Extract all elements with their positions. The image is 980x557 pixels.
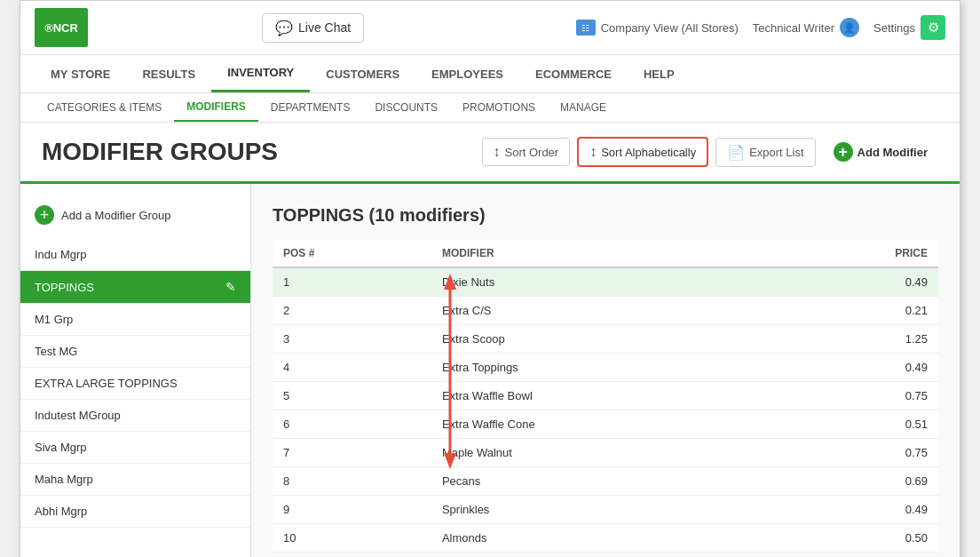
sidebar-item-extra-large-toppings[interactable]: EXTRA LARGE TOPPINGS [20, 368, 250, 400]
add-modifier-button[interactable]: + Add Modifier [823, 137, 938, 167]
cell-modifier: Extra Waffle Bowl [431, 382, 776, 410]
cell-modifier: Extra C/S [431, 297, 776, 325]
subnav-promotions[interactable]: PROMOTIONS [450, 94, 548, 121]
table-row[interactable]: 1 Dixie Nuts 0.49 [273, 267, 938, 297]
add-modifier-label: Add Modifier [858, 146, 928, 159]
cell-modifier: Extra Toppings [431, 354, 776, 382]
nav-ecommerce[interactable]: ECOMMERCE [519, 57, 628, 92]
section-title: TOPPINGS (10 modifiers) [273, 205, 938, 226]
cell-pos: 9 [273, 496, 431, 524]
nav-customers[interactable]: CUSTOMERS [310, 57, 415, 92]
cell-pos: 7 [273, 439, 431, 467]
nav-results[interactable]: RESULTS [126, 57, 211, 92]
cell-price: 0.75 [776, 382, 938, 410]
cell-pos: 2 [273, 297, 431, 325]
export-list-button[interactable]: 📄 Export List [715, 138, 815, 167]
sidebar-item-abhi-mgrp[interactable]: Abhi Mgrp [20, 496, 250, 528]
cell-modifier: Maple Walnut [431, 439, 776, 467]
modifier-table: POS # MODIFIER PRICE 1 Dixie Nuts 0.49 2… [273, 240, 938, 553]
sidebar-item-siva-mgrp[interactable]: Siva Mgrp [20, 432, 250, 464]
col-price: PRICE [776, 240, 938, 267]
subnav-manage[interactable]: MANAGE [548, 94, 619, 121]
sidebar: + Add a Modifier Group Indu Mgrp TOPPING… [20, 184, 251, 557]
content-area: + Add a Modifier Group Indu Mgrp TOPPING… [20, 184, 960, 557]
nav-inventory[interactable]: INVENTORY [211, 55, 310, 92]
page-header: MODIFIER GROUPS ↕ Sort Order ↕ Sort Alph… [20, 123, 960, 184]
table-row[interactable]: 5 Extra Waffle Bowl 0.75 [273, 382, 938, 410]
col-modifier: MODIFIER [431, 240, 776, 267]
cell-modifier: Extra Waffle Cone [431, 410, 776, 439]
tech-writer-label: Technical Writer [753, 21, 834, 35]
cell-price: 0.49 [776, 496, 938, 524]
settings-area[interactable]: Settings ⚙ [873, 15, 945, 40]
table-row[interactable]: 9 Sprinkles 0.49 [273, 496, 938, 524]
subnav-categories-items[interactable]: CATEGORIES & ITEMS [35, 94, 174, 121]
cell-price: 0.21 [776, 297, 938, 325]
gear-icon[interactable]: ⚙ [921, 15, 945, 40]
sub-navigation: CATEGORIES & ITEMS MODIFIERS DEPARTMENTS… [20, 93, 960, 123]
sort-order-button[interactable]: ↕ Sort Order [482, 138, 571, 166]
subnav-discounts[interactable]: DISCOUNTS [362, 94, 450, 121]
cell-modifier: Extra Scoop [431, 325, 776, 354]
company-view: ☷ Company View (All Stores) [576, 20, 739, 36]
top-right-area: ☷ Company View (All Stores) Technical Wr… [576, 15, 945, 40]
table-row[interactable]: 7 Maple Walnut 0.75 [273, 439, 938, 467]
add-group-label: Add a Modifier Group [61, 209, 171, 222]
edit-icon[interactable]: ✎ [225, 280, 236, 294]
user-icon: 👤 [840, 18, 859, 37]
table-row[interactable]: 8 Pecans 0.69 [273, 467, 938, 496]
live-chat-button[interactable]: 💬 Live Chat [262, 13, 364, 43]
cell-price: 0.50 [776, 524, 938, 553]
table-header-row: POS # MODIFIER PRICE [273, 240, 938, 267]
sidebar-item-maha-mgrp[interactable]: Maha Mgrp [20, 464, 250, 496]
cell-price: 0.75 [776, 439, 938, 467]
table-row[interactable]: 10 Almonds 0.50 [273, 524, 938, 553]
col-pos: POS # [273, 240, 431, 267]
cell-modifier: Almonds [431, 524, 776, 553]
header-actions: ↕ Sort Order ↕ Sort Alphabetically 📄 Exp… [482, 137, 939, 167]
nav-help[interactable]: HELP [628, 57, 691, 92]
tech-writer-info: Technical Writer 👤 [753, 18, 859, 37]
sidebar-item-m1-grp[interactable]: M1 Grp [20, 304, 250, 336]
cell-pos: 6 [273, 410, 431, 439]
table-row[interactable]: 6 Extra Waffle Cone 0.51 [273, 410, 938, 439]
cell-price: 0.69 [776, 467, 938, 496]
cell-modifier: Dixie Nuts [431, 267, 776, 297]
add-group-plus-icon: + [35, 205, 54, 225]
cell-pos: 8 [273, 467, 431, 496]
cell-pos: 3 [273, 325, 431, 354]
live-chat-label: Live Chat [298, 20, 351, 35]
top-bar: ®NCR 💬 Live Chat ☷ Company View (All Sto… [20, 1, 960, 55]
nav-my-store[interactable]: MY STORE [35, 57, 126, 92]
cell-price: 1.25 [776, 325, 938, 354]
main-content: TOPPINGS (10 modifiers) POS # MODIFIER P… [251, 184, 960, 557]
cell-price: 0.49 [776, 267, 938, 297]
sidebar-item-toppings[interactable]: TOPPINGS ✎ [20, 271, 250, 304]
company-icon: ☷ [576, 20, 596, 36]
subnav-departments[interactable]: DEPARTMENTS [258, 94, 363, 121]
plus-icon: + [834, 142, 853, 162]
sort-alpha-icon: ↕ [589, 144, 597, 160]
page-title: MODIFIER GROUPS [42, 138, 482, 166]
settings-label: Settings [873, 21, 915, 35]
company-view-label: Company View (All Stores) [601, 21, 739, 35]
sidebar-item-indutest-mgroup[interactable]: Indutest MGroup [20, 400, 250, 432]
nav-employees[interactable]: EMPLOYEES [415, 57, 519, 92]
cell-pos: 5 [273, 382, 431, 410]
subnav-modifiers[interactable]: MODIFIERS [174, 93, 258, 122]
sidebar-item-indu-mgrp[interactable]: Indu Mgrp [20, 239, 250, 271]
table-row[interactable]: 3 Extra Scoop 1.25 [273, 325, 938, 354]
cell-pos: 1 [273, 267, 431, 297]
cell-modifier: Pecans [431, 467, 776, 496]
sort-alpha-label: Sort Alphabetically [601, 146, 696, 159]
table-row[interactable]: 4 Extra Toppings 0.49 [273, 354, 938, 382]
cell-modifier: Sprinkles [431, 496, 776, 524]
table-row[interactable]: 2 Extra C/S 0.21 [273, 297, 938, 325]
add-modifier-group-button[interactable]: + Add a Modifier Group [20, 198, 250, 232]
sort-alphabetically-button[interactable]: ↕ Sort Alphabetically [577, 137, 708, 167]
export-label: Export List [749, 146, 803, 159]
table-body: 1 Dixie Nuts 0.49 2 Extra C/S 0.21 3 Ext… [273, 267, 938, 553]
sidebar-item-test-mg[interactable]: Test MG [20, 336, 250, 368]
main-navigation: MY STORE RESULTS INVENTORY CUSTOMERS EMP… [20, 55, 960, 93]
cell-pos: 10 [273, 524, 431, 553]
